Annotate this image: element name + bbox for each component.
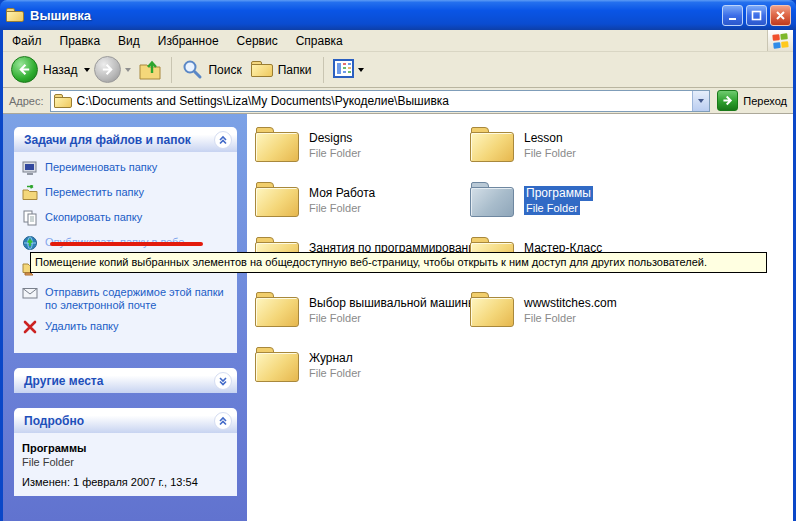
folders-button[interactable]: Папки (248, 61, 318, 78)
other-places-panel: Другие места (14, 368, 237, 393)
back-button[interactable]: Назад (11, 56, 94, 83)
views-dropdown-icon[interactable] (358, 68, 364, 72)
task-delete-folder[interactable]: Удалить папку (22, 320, 231, 337)
tooltip: Помещение копий выбранных элементов на о… (30, 252, 767, 273)
views-button[interactable] (330, 58, 371, 81)
chevron-up-icon[interactable] (214, 412, 232, 430)
menu-favorites[interactable]: Избранное (149, 31, 228, 51)
explorer-window: Вышивка Файл Правка Вид Избранное Сервис… (0, 0, 796, 521)
folder-icon (470, 292, 514, 328)
go-label: Переход (743, 95, 787, 107)
menu-file[interactable]: Файл (3, 31, 51, 51)
email-icon (22, 285, 40, 303)
copy-folder-icon (22, 210, 40, 228)
folder-type: File Folder (309, 146, 361, 160)
close-button[interactable] (770, 5, 791, 26)
folder-type: File Folder (524, 311, 576, 325)
forward-button[interactable] (94, 56, 135, 83)
task-rename-folder[interactable]: Переименовать папку (22, 161, 231, 178)
back-label: Назад (43, 63, 77, 77)
back-dropdown-icon[interactable] (84, 68, 90, 72)
sidebar: Задачи для файлов и папок Переименовать … (3, 114, 247, 521)
folder-item-moya-rabota[interactable]: Моя РаботаFile Folder (255, 182, 470, 237)
titlebar: Вышивка (0, 0, 796, 30)
address-input[interactable]: C:\Documents and Settings\Liza\My Docume… (50, 90, 711, 112)
menu-view[interactable]: Вид (109, 31, 149, 51)
windows-logo-icon (767, 30, 793, 51)
chevron-up-icon[interactable] (214, 131, 232, 149)
details-item-name: Программы (22, 442, 231, 454)
folder-item-lesson[interactable]: LessonFile Folder (470, 127, 685, 182)
folder-item-zhurnal[interactable]: ЖурналFile Folder (255, 347, 470, 402)
views-icon (333, 58, 354, 81)
folder-type: File Folder (309, 366, 361, 380)
folder-icon (255, 292, 299, 328)
folder-icon (255, 127, 299, 163)
menu-edit[interactable]: Правка (51, 31, 110, 51)
content: Задачи для файлов и папок Переименовать … (3, 114, 793, 521)
search-button[interactable]: Поиск (178, 58, 247, 82)
address-label: Адрес: (9, 95, 44, 107)
search-label: Поиск (208, 63, 241, 77)
addressbar: Адрес: C:\Documents and Settings\Liza\My… (3, 88, 793, 114)
tasks-panel-title: Задачи для файлов и папок (24, 133, 214, 147)
folder-name: wwwstitches.com (524, 296, 617, 311)
tasks-panel-header[interactable]: Задачи для файлов и папок (14, 127, 237, 152)
folder-type: File Folder (524, 201, 580, 215)
window-folder-icon (6, 8, 24, 22)
folder-name: Журнал (309, 351, 353, 366)
task-copy-folder[interactable]: Скопировать папку (22, 211, 231, 228)
details-item-modified: Изменен: 1 февраля 2007 г., 13:54 (22, 476, 231, 488)
address-folder-icon (54, 94, 72, 108)
folder-name: Моя Работа (309, 186, 375, 201)
task-label: Отправить содержимое этой папки по элект… (45, 286, 231, 312)
maximize-button[interactable] (746, 5, 767, 26)
menu-help[interactable]: Справка (287, 31, 352, 51)
search-icon (181, 58, 203, 82)
back-arrow-icon (11, 56, 38, 83)
menu-tools[interactable]: Сервис (228, 31, 287, 51)
task-email-folder[interactable]: Отправить содержимое этой папки по элект… (22, 286, 231, 312)
move-folder-icon (22, 185, 40, 203)
folder-item-programmy-selected[interactable]: ПрограммыFile Folder (470, 182, 685, 237)
details-title: Подробно (24, 414, 214, 428)
folder-item-wwwstitches[interactable]: wwwstitches.comFile Folder (470, 292, 685, 347)
file-area: DesignsFile Folder LessonFile Folder Моя… (247, 114, 793, 521)
address-path: C:\Documents and Settings\Liza\My Docume… (77, 94, 693, 108)
minimize-button[interactable] (722, 5, 743, 26)
task-label: Скопировать папку (45, 211, 142, 224)
chevron-down-icon[interactable] (214, 372, 232, 390)
folder-icon (470, 127, 514, 163)
folder-name: Designs (309, 131, 352, 146)
window-title: Вышивка (30, 8, 719, 23)
forward-arrow-icon (94, 56, 121, 83)
task-move-folder[interactable]: Переместить папку (22, 186, 231, 203)
task-label: Переименовать папку (45, 161, 157, 174)
folder-type: File Folder (524, 146, 576, 160)
task-label: Переместить папку (45, 186, 144, 199)
folder-up-icon (138, 57, 162, 83)
folder-icon (470, 182, 514, 218)
folders-label: Папки (278, 63, 312, 77)
go-button[interactable] (717, 90, 738, 111)
other-places-header[interactable]: Другие места (14, 368, 237, 393)
details-header[interactable]: Подробно (14, 408, 237, 433)
annotation-red-underline (50, 242, 203, 246)
tasks-panel: Задачи для файлов и папок Переименовать … (14, 127, 237, 353)
details-body: Программы File Folder Изменен: 1 февраля… (14, 433, 237, 496)
address-dropdown[interactable] (692, 91, 709, 111)
folder-name: Выбор вышивальной машины (309, 296, 477, 311)
rename-icon (22, 160, 40, 178)
folder-type: File Folder (309, 201, 361, 215)
details-panel: Подробно Программы File Folder Изменен: … (14, 408, 237, 496)
up-button[interactable] (135, 57, 165, 83)
folder-type: File Folder (309, 311, 361, 325)
publish-web-icon (22, 235, 40, 253)
forward-dropdown-icon[interactable] (125, 68, 131, 72)
folder-icon (255, 347, 299, 383)
other-places-title: Другие места (24, 374, 214, 388)
folder-item-designs[interactable]: DesignsFile Folder (255, 127, 470, 182)
toolbar: Назад Поиск (3, 52, 793, 88)
folder-item-vybor-mashiny[interactable]: Выбор вышивальной машиныFile Folder (255, 292, 470, 347)
folders-icon (251, 61, 273, 78)
